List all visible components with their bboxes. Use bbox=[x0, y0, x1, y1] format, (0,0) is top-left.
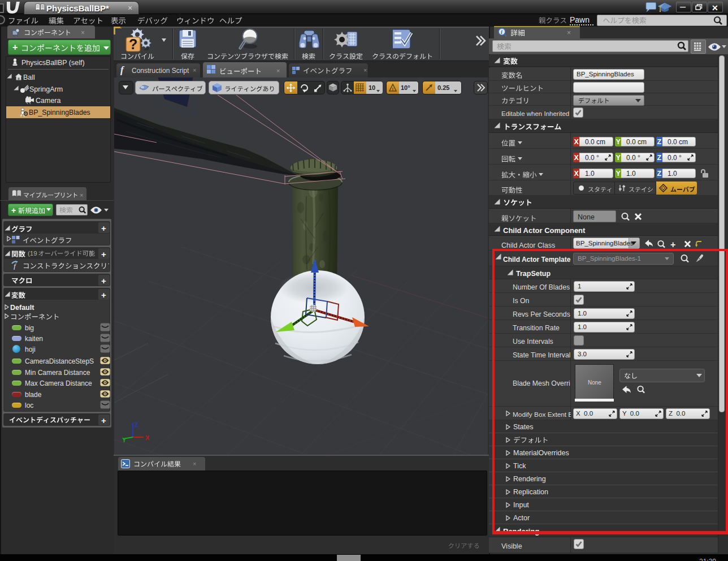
svg-text:i: i bbox=[501, 29, 502, 35]
svg-text:Y: Y bbox=[122, 437, 127, 443]
svg-text:Z: Z bbox=[135, 421, 138, 428]
svg-text:f: f bbox=[14, 262, 17, 270]
svg-text:?: ? bbox=[129, 36, 137, 52]
svg-text:X: X bbox=[145, 434, 150, 441]
